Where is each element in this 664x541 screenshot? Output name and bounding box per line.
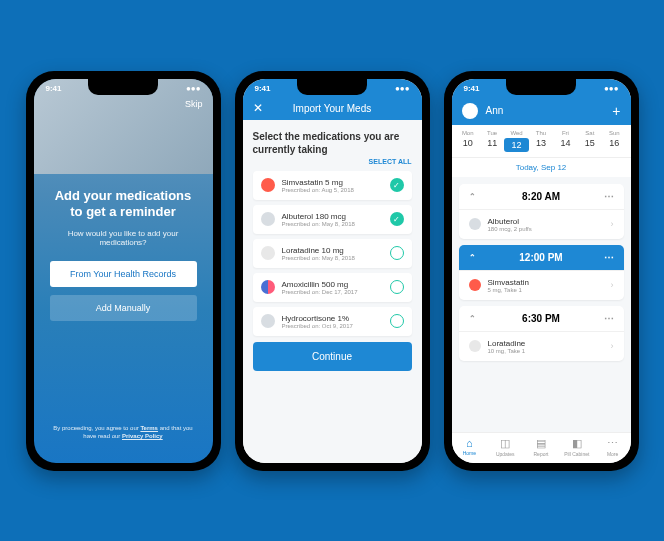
- chevron-icon: ⌃: [469, 253, 479, 262]
- onboarding-subtitle: How would you like to add your medicatio…: [50, 229, 197, 247]
- day-thu[interactable]: Thu13: [529, 130, 553, 152]
- select-all-button[interactable]: SELECT ALL: [253, 158, 412, 165]
- user-name: Ann: [486, 105, 504, 116]
- day-mon[interactable]: Mon10: [456, 130, 480, 152]
- check-icon[interactable]: [390, 280, 404, 294]
- tab-icon: ⌂: [452, 437, 488, 449]
- med-row[interactable]: Loratadine 10 mgPrescribed on: May 8, 20…: [253, 239, 412, 268]
- tab-pill-cabinet[interactable]: ◧Pill Cabinet: [559, 437, 595, 457]
- day-sat[interactable]: Sat15: [578, 130, 602, 152]
- med-date: Prescribed on: Oct 9, 2017: [282, 323, 383, 329]
- more-icon[interactable]: ⋯: [604, 252, 614, 263]
- avatar[interactable]: [462, 103, 478, 119]
- phone-import-meds: 9:41●●● ✕ Import Your Meds Select the me…: [235, 71, 430, 471]
- slot-med[interactable]: Simvastatin5 mg, Take 1›: [459, 270, 624, 300]
- chevron-right-icon: ›: [611, 341, 614, 351]
- pill-icon: [261, 280, 275, 294]
- time-slot: ⌃8:20 AM⋯Albuterol180 mcg, 2 puffs›: [459, 184, 624, 239]
- slot-header[interactable]: ⌃8:20 AM⋯: [459, 184, 624, 209]
- med-row[interactable]: Albuterol 180 mcgPrescribed on: May 8, 2…: [253, 205, 412, 234]
- chevron-icon: ⌃: [469, 192, 479, 201]
- slot-header[interactable]: ⌃6:30 PM⋯: [459, 306, 624, 331]
- tab-updates[interactable]: ◫Updates: [487, 437, 523, 457]
- pill-icon: [469, 279, 481, 291]
- slot-header[interactable]: ⌃12:00 PM⋯: [459, 245, 624, 270]
- chevron-icon: ⌃: [469, 314, 479, 323]
- tab-icon: ◧: [559, 437, 595, 450]
- from-records-button[interactable]: From Your Health Records: [50, 261, 197, 287]
- check-icon[interactable]: [390, 246, 404, 260]
- med-name: Simvastatin 5 mg: [282, 178, 383, 187]
- onboarding-title: Add your medications to get a reminder: [50, 188, 197, 222]
- med-row[interactable]: Hydrocortisone 1%Prescribed on: Oct 9, 2…: [253, 307, 412, 336]
- status-bar: 9:41●●●: [243, 79, 422, 97]
- tab-home[interactable]: ⌂Home: [452, 437, 488, 457]
- tab-icon: ⋯: [595, 437, 631, 450]
- day-fri[interactable]: Fri14: [553, 130, 577, 152]
- slot-med[interactable]: Albuterol180 mcg, 2 puffs›: [459, 209, 624, 239]
- med-date: Prescribed on: May 8, 2018: [282, 255, 383, 261]
- day-wed[interactable]: Wed12: [504, 130, 528, 152]
- pill-icon: [261, 246, 275, 260]
- chevron-right-icon: ›: [611, 219, 614, 229]
- add-manually-button[interactable]: Add Manually: [50, 295, 197, 321]
- tab-report[interactable]: ▤Report: [523, 437, 559, 457]
- med-row[interactable]: Simvastatin 5 mgPrescribed on: Aug 5, 20…: [253, 171, 412, 200]
- time-slot: ⌃12:00 PM⋯Simvastatin5 mg, Take 1›: [459, 245, 624, 300]
- tab-more[interactable]: ⋯More: [595, 437, 631, 457]
- med-name: Albuterol 180 mcg: [282, 212, 383, 221]
- med-name: Loratadine 10 mg: [282, 246, 383, 255]
- skip-button[interactable]: Skip: [185, 99, 203, 109]
- continue-button[interactable]: Continue: [253, 342, 412, 371]
- legal-text: By proceeding, you agree to our Terms an…: [50, 424, 197, 449]
- day-sun[interactable]: Sun16: [602, 130, 626, 152]
- hero-image: 9:41●●● Skip: [34, 79, 213, 174]
- med-row[interactable]: Amoxicillin 500 mgPrescribed on: Dec 17,…: [253, 273, 412, 302]
- schedule-header: Ann +: [452, 97, 631, 125]
- more-icon[interactable]: ⋯: [604, 191, 614, 202]
- slot-med[interactable]: Loratadine10 mg, Take 1›: [459, 331, 624, 361]
- pill-icon: [261, 178, 275, 192]
- status-bar: 9:41●●●: [34, 79, 213, 97]
- med-name: Hydrocortisone 1%: [282, 314, 383, 323]
- close-icon[interactable]: ✕: [253, 101, 263, 115]
- pill-icon: [261, 314, 275, 328]
- tab-icon: ◫: [487, 437, 523, 450]
- more-icon[interactable]: ⋯: [604, 313, 614, 324]
- import-heading: Select the medications you are currently…: [253, 130, 412, 156]
- check-icon[interactable]: ✓: [390, 178, 404, 192]
- med-date: Prescribed on: Aug 5, 2018: [282, 187, 383, 193]
- chevron-right-icon: ›: [611, 280, 614, 290]
- privacy-link[interactable]: Privacy Policy: [122, 433, 163, 439]
- status-bar: 9:41●●●: [452, 79, 631, 97]
- check-icon[interactable]: ✓: [390, 212, 404, 226]
- pill-icon: [469, 340, 481, 352]
- day-tue[interactable]: Tue11: [480, 130, 504, 152]
- pill-icon: [469, 218, 481, 230]
- phone-schedule: 9:41●●● Ann + Mon10Tue11Wed12Thu13Fri14S…: [444, 71, 639, 471]
- med-date: Prescribed on: Dec 17, 2017: [282, 289, 383, 295]
- pill-icon: [261, 212, 275, 226]
- time-slot: ⌃6:30 PM⋯Loratadine10 mg, Take 1›: [459, 306, 624, 361]
- tab-bar: ⌂Home◫Updates▤Report◧Pill Cabinet⋯More: [452, 432, 631, 463]
- check-icon[interactable]: [390, 314, 404, 328]
- terms-link[interactable]: Terms: [140, 425, 158, 431]
- day-selector: Mon10Tue11Wed12Thu13Fri14Sat15Sun16: [452, 125, 631, 158]
- import-header: ✕ Import Your Meds: [243, 97, 422, 120]
- med-name: Amoxicillin 500 mg: [282, 280, 383, 289]
- med-date: Prescribed on: May 8, 2018: [282, 221, 383, 227]
- add-icon[interactable]: +: [612, 103, 620, 119]
- tab-icon: ▤: [523, 437, 559, 450]
- today-label: Today, Sep 12: [452, 158, 631, 177]
- phone-onboarding: 9:41●●● Skip Add your medications to get…: [26, 71, 221, 471]
